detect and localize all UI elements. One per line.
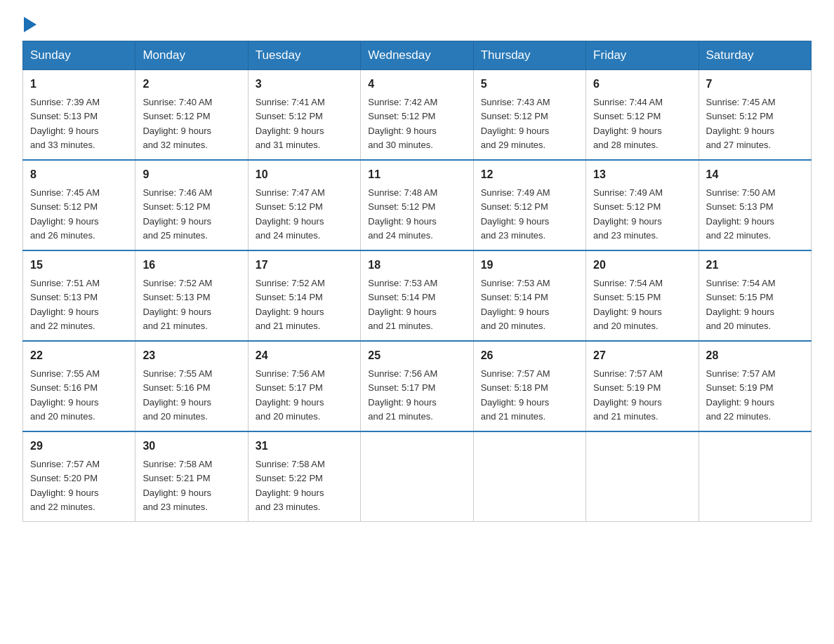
day-info: Sunrise: 7:40 AMSunset: 5:12 PMDaylight:… xyxy=(143,97,212,150)
day-number: 29 xyxy=(30,438,128,455)
calendar-cell xyxy=(586,431,699,522)
calendar-cell: 23 Sunrise: 7:55 AMSunset: 5:16 PMDaylig… xyxy=(135,341,248,431)
day-number: 10 xyxy=(256,166,353,183)
day-number: 12 xyxy=(481,166,578,183)
day-number: 21 xyxy=(706,257,804,274)
calendar-cell: 16 Sunrise: 7:52 AMSunset: 5:13 PMDaylig… xyxy=(135,250,248,341)
day-number: 18 xyxy=(368,257,465,274)
calendar-cell: 19 Sunrise: 7:53 AMSunset: 5:14 PMDaylig… xyxy=(473,250,585,341)
day-info: Sunrise: 7:57 AMSunset: 5:19 PMDaylight:… xyxy=(593,368,663,422)
day-info: Sunrise: 7:53 AMSunset: 5:14 PMDaylight:… xyxy=(368,278,437,331)
calendar-cell: 2 Sunrise: 7:40 AMSunset: 5:12 PMDayligh… xyxy=(135,70,248,161)
day-info: Sunrise: 7:43 AMSunset: 5:12 PMDaylight:… xyxy=(481,97,550,150)
day-number: 24 xyxy=(256,347,353,364)
calendar-cell: 22 Sunrise: 7:55 AMSunset: 5:16 PMDaylig… xyxy=(23,341,135,431)
calendar-cell: 12 Sunrise: 7:49 AMSunset: 5:12 PMDaylig… xyxy=(473,160,585,250)
day-info: Sunrise: 7:58 AMSunset: 5:21 PMDaylight:… xyxy=(143,459,212,512)
day-info: Sunrise: 7:55 AMSunset: 5:16 PMDaylight:… xyxy=(30,368,100,422)
calendar-week-row: 15 Sunrise: 7:51 AMSunset: 5:13 PMDaylig… xyxy=(23,250,812,341)
day-number: 5 xyxy=(481,76,578,93)
day-number: 7 xyxy=(706,76,804,93)
day-info: Sunrise: 7:50 AMSunset: 5:13 PMDaylight:… xyxy=(706,187,776,241)
day-number: 8 xyxy=(30,166,128,183)
calendar-cell: 8 Sunrise: 7:45 AMSunset: 5:12 PMDayligh… xyxy=(23,160,135,250)
calendar-cell: 11 Sunrise: 7:48 AMSunset: 5:12 PMDaylig… xyxy=(361,160,473,250)
day-number: 14 xyxy=(706,166,804,183)
weekday-header-wednesday: Wednesday xyxy=(361,41,473,70)
day-info: Sunrise: 7:41 AMSunset: 5:12 PMDaylight:… xyxy=(256,97,325,150)
day-number: 4 xyxy=(368,76,465,93)
calendar-cell: 31 Sunrise: 7:58 AMSunset: 5:22 PMDaylig… xyxy=(248,431,360,522)
calendar-table: SundayMondayTuesdayWednesdayThursdayFrid… xyxy=(22,41,812,522)
calendar-cell: 21 Sunrise: 7:54 AMSunset: 5:15 PMDaylig… xyxy=(699,250,811,341)
calendar-week-row: 1 Sunrise: 7:39 AMSunset: 5:13 PMDayligh… xyxy=(23,70,812,161)
calendar-cell: 26 Sunrise: 7:57 AMSunset: 5:18 PMDaylig… xyxy=(473,341,585,431)
day-number: 17 xyxy=(256,257,353,274)
day-info: Sunrise: 7:47 AMSunset: 5:12 PMDaylight:… xyxy=(256,187,325,241)
day-info: Sunrise: 7:55 AMSunset: 5:16 PMDaylight:… xyxy=(143,368,212,422)
calendar-cell: 7 Sunrise: 7:45 AMSunset: 5:12 PMDayligh… xyxy=(699,70,811,161)
calendar-cell: 14 Sunrise: 7:50 AMSunset: 5:13 PMDaylig… xyxy=(699,160,811,250)
day-info: Sunrise: 7:54 AMSunset: 5:15 PMDaylight:… xyxy=(593,278,663,331)
day-info: Sunrise: 7:45 AMSunset: 5:12 PMDaylight:… xyxy=(30,187,100,241)
day-number: 9 xyxy=(143,166,240,183)
day-number: 3 xyxy=(256,76,353,93)
day-info: Sunrise: 7:54 AMSunset: 5:15 PMDaylight:… xyxy=(706,278,776,331)
day-number: 11 xyxy=(368,166,465,183)
weekday-header-sunday: Sunday xyxy=(23,41,135,70)
calendar-week-row: 29 Sunrise: 7:57 AMSunset: 5:20 PMDaylig… xyxy=(23,431,812,522)
day-number: 20 xyxy=(593,257,691,274)
calendar-cell: 27 Sunrise: 7:57 AMSunset: 5:19 PMDaylig… xyxy=(586,341,699,431)
calendar-cell xyxy=(361,431,473,522)
day-info: Sunrise: 7:58 AMSunset: 5:22 PMDaylight:… xyxy=(256,459,325,512)
calendar-cell: 20 Sunrise: 7:54 AMSunset: 5:15 PMDaylig… xyxy=(586,250,699,341)
day-info: Sunrise: 7:52 AMSunset: 5:14 PMDaylight:… xyxy=(256,278,325,331)
day-info: Sunrise: 7:57 AMSunset: 5:19 PMDaylight:… xyxy=(706,368,776,422)
calendar-cell: 1 Sunrise: 7:39 AMSunset: 5:13 PMDayligh… xyxy=(23,70,135,161)
day-info: Sunrise: 7:49 AMSunset: 5:12 PMDaylight:… xyxy=(593,187,663,241)
day-info: Sunrise: 7:57 AMSunset: 5:18 PMDaylight:… xyxy=(481,368,550,422)
weekday-header-monday: Monday xyxy=(135,41,248,70)
weekday-header-friday: Friday xyxy=(586,41,699,70)
day-info: Sunrise: 7:49 AMSunset: 5:12 PMDaylight:… xyxy=(481,187,550,241)
calendar-cell: 15 Sunrise: 7:51 AMSunset: 5:13 PMDaylig… xyxy=(23,250,135,341)
calendar-cell: 9 Sunrise: 7:46 AMSunset: 5:12 PMDayligh… xyxy=(135,160,248,250)
weekday-header-row: SundayMondayTuesdayWednesdayThursdayFrid… xyxy=(23,41,812,70)
calendar-week-row: 8 Sunrise: 7:45 AMSunset: 5:12 PMDayligh… xyxy=(23,160,812,250)
day-info: Sunrise: 7:52 AMSunset: 5:13 PMDaylight:… xyxy=(143,278,212,331)
day-info: Sunrise: 7:56 AMSunset: 5:17 PMDaylight:… xyxy=(256,368,325,422)
day-info: Sunrise: 7:53 AMSunset: 5:14 PMDaylight:… xyxy=(481,278,550,331)
day-number: 25 xyxy=(368,347,465,364)
day-number: 26 xyxy=(481,347,578,364)
day-number: 23 xyxy=(143,347,240,364)
day-number: 31 xyxy=(256,438,353,455)
day-info: Sunrise: 7:56 AMSunset: 5:17 PMDaylight:… xyxy=(368,368,437,422)
day-info: Sunrise: 7:48 AMSunset: 5:12 PMDaylight:… xyxy=(368,187,437,241)
calendar-week-row: 22 Sunrise: 7:55 AMSunset: 5:16 PMDaylig… xyxy=(23,341,812,431)
day-number: 16 xyxy=(143,257,240,274)
calendar-cell: 30 Sunrise: 7:58 AMSunset: 5:21 PMDaylig… xyxy=(135,431,248,522)
day-info: Sunrise: 7:46 AMSunset: 5:12 PMDaylight:… xyxy=(143,187,212,241)
day-number: 13 xyxy=(593,166,691,183)
calendar-cell: 28 Sunrise: 7:57 AMSunset: 5:19 PMDaylig… xyxy=(699,341,811,431)
weekday-header-tuesday: Tuesday xyxy=(248,41,360,70)
day-number: 19 xyxy=(481,257,578,274)
weekday-header-thursday: Thursday xyxy=(473,41,585,70)
day-number: 22 xyxy=(30,347,128,364)
day-number: 30 xyxy=(143,438,240,455)
day-info: Sunrise: 7:57 AMSunset: 5:20 PMDaylight:… xyxy=(30,459,100,512)
calendar-cell xyxy=(473,431,585,522)
day-number: 28 xyxy=(706,347,804,364)
day-info: Sunrise: 7:39 AMSunset: 5:13 PMDaylight:… xyxy=(30,97,100,150)
calendar-cell: 10 Sunrise: 7:47 AMSunset: 5:12 PMDaylig… xyxy=(248,160,360,250)
calendar-cell: 13 Sunrise: 7:49 AMSunset: 5:12 PMDaylig… xyxy=(586,160,699,250)
calendar-cell: 18 Sunrise: 7:53 AMSunset: 5:14 PMDaylig… xyxy=(361,250,473,341)
calendar-cell: 3 Sunrise: 7:41 AMSunset: 5:12 PMDayligh… xyxy=(248,70,360,161)
weekday-header-saturday: Saturday xyxy=(699,41,811,70)
day-number: 1 xyxy=(30,76,128,93)
calendar-cell: 24 Sunrise: 7:56 AMSunset: 5:17 PMDaylig… xyxy=(248,341,360,431)
day-info: Sunrise: 7:45 AMSunset: 5:12 PMDaylight:… xyxy=(706,97,776,150)
day-info: Sunrise: 7:51 AMSunset: 5:13 PMDaylight:… xyxy=(30,278,100,331)
day-number: 2 xyxy=(143,76,240,93)
calendar-cell: 6 Sunrise: 7:44 AMSunset: 5:12 PMDayligh… xyxy=(586,70,699,161)
